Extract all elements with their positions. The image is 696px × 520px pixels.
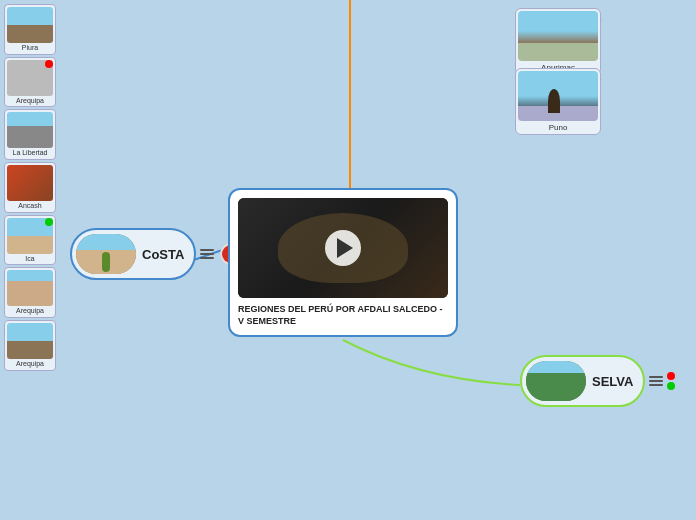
video-thumbnail[interactable] xyxy=(238,198,448,298)
costa-scene xyxy=(76,234,136,274)
apurimac-scene xyxy=(518,11,598,61)
costa-label: CoSTA xyxy=(142,247,184,262)
video-node[interactable]: REGIONES DEL PERÚ POR AFDALI SALCEDO - V… xyxy=(228,188,458,337)
sidebar-thumb-5 xyxy=(7,270,53,306)
puno-scene xyxy=(518,71,598,121)
selva-red-dot xyxy=(667,372,675,380)
sidebar-label-6: Arequipa xyxy=(16,360,44,368)
sidebar-label-2: La Libertad xyxy=(12,149,47,157)
sidebar-thumb-0 xyxy=(7,7,53,43)
selva-dots xyxy=(667,372,675,390)
sidebar-item-2[interactable]: La Libertad xyxy=(4,109,56,160)
sidebar-label-1: Arequipa xyxy=(16,97,44,105)
costa-pill[interactable]: CoSTA xyxy=(70,228,196,280)
sidebar-item-1[interactable]: Arequipa xyxy=(4,57,56,108)
sidebar-label-3: Ancash xyxy=(18,202,41,210)
selva-thumbnail xyxy=(526,361,586,401)
play-button[interactable] xyxy=(325,230,361,266)
sidebar-item-0[interactable]: Piura xyxy=(4,4,56,55)
sidebar: Piura Arequipa La Libertad Ancash Ica Ar… xyxy=(0,0,60,520)
selva-label: SELVA xyxy=(592,374,633,389)
apurimac-node[interactable]: Apurimac xyxy=(515,8,601,75)
apurimac-card[interactable]: Apurimac xyxy=(515,8,601,75)
selva-menu-icon[interactable] xyxy=(649,376,663,386)
green-dot-4 xyxy=(45,218,53,226)
video-title: REGIONES DEL PERÚ POR AFDALI SALCEDO - V… xyxy=(238,304,448,327)
puno-node[interactable]: Puno xyxy=(515,68,601,135)
puno-card[interactable]: Puno xyxy=(515,68,601,135)
costa-menu-icon[interactable] xyxy=(200,249,214,259)
sidebar-thumb-3 xyxy=(7,165,53,201)
selva-green-dot xyxy=(667,382,675,390)
sidebar-item-4[interactable]: Ica xyxy=(4,215,56,266)
selva-node[interactable]: SELVA xyxy=(520,355,675,407)
sidebar-label-0: Piura xyxy=(22,44,38,52)
sidebar-item-5[interactable]: Arequipa xyxy=(4,267,56,318)
costa-thumbnail xyxy=(76,234,136,274)
selva-pill[interactable]: SELVA xyxy=(520,355,645,407)
sidebar-label-4: Ica xyxy=(25,255,34,263)
costa-node[interactable]: CoSTA xyxy=(70,228,242,280)
sidebar-label-5: Arequipa xyxy=(16,307,44,315)
sidebar-item-3[interactable]: Ancash xyxy=(4,162,56,213)
selva-scene xyxy=(526,361,586,401)
play-triangle-icon xyxy=(337,238,353,258)
sidebar-thumb-6 xyxy=(7,323,53,359)
puno-thumb xyxy=(518,71,598,121)
puno-label: Puno xyxy=(549,123,568,132)
apurimac-thumb xyxy=(518,11,598,61)
costa-cactus xyxy=(102,252,110,272)
red-dot-1 xyxy=(45,60,53,68)
sidebar-thumb-2 xyxy=(7,112,53,148)
puno-figure xyxy=(548,89,560,113)
sidebar-item-6[interactable]: Arequipa xyxy=(4,320,56,371)
